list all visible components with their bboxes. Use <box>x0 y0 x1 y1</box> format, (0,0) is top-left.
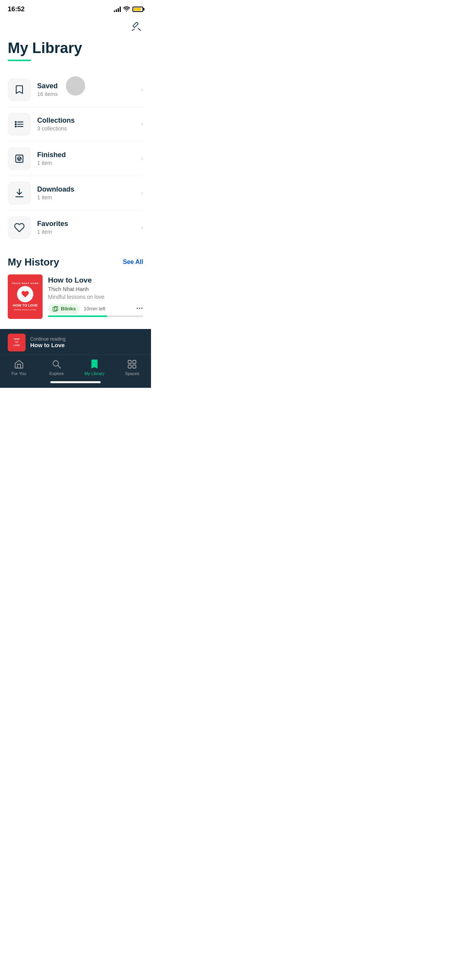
player-bar[interactable]: HOWTOLOVE Continue reading How to Love <box>0 329 151 355</box>
nav-item-for-you[interactable]: For You <box>0 359 38 376</box>
nav-label-my-library: My Library <box>84 371 104 376</box>
search-icon <box>51 359 62 370</box>
battery-icon <box>132 7 143 12</box>
library-item-collections[interactable]: Collections 3 collections › <box>8 107 143 142</box>
book-cover-author: THICH NHAT HANH <box>12 282 39 284</box>
library-item-favorites[interactable]: Favorites 1 item › <box>8 211 143 245</box>
book-cover-heart-icon <box>17 286 33 302</box>
blinks-badge: Blinks <box>48 304 80 314</box>
collections-chevron: › <box>141 120 143 128</box>
bookmark-icon <box>14 84 25 95</box>
collections-icon-box <box>8 113 31 136</box>
page-header <box>0 16 151 36</box>
svg-line-3 <box>132 29 134 31</box>
finished-title: Finished <box>37 151 138 159</box>
downloads-icon-box <box>8 182 31 205</box>
nav-label-for-you: For You <box>12 371 26 376</box>
download-icon <box>14 188 25 199</box>
svg-point-9 <box>15 126 16 127</box>
page-title-container: My Library <box>0 36 151 69</box>
nav-item-my-library[interactable]: My Library <box>76 359 113 376</box>
svg-point-8 <box>15 123 16 125</box>
saved-subtitle: 16 items <box>37 91 138 97</box>
saved-icon-box <box>8 78 31 101</box>
library-list: Saved 16 items › Collections 3 collectio… <box>0 69 151 248</box>
finished-subtitle: 1 item <box>37 160 138 166</box>
spaces-icon <box>127 359 137 370</box>
page-title: My Library <box>8 40 143 57</box>
list-icon <box>14 119 25 130</box>
player-book-title: How to Love <box>30 342 143 348</box>
history-book-title: How to Love <box>48 276 143 284</box>
more-options-button[interactable]: ··· <box>136 305 143 313</box>
favorites-title: Favorites <box>37 220 138 228</box>
highlight-button[interactable] <box>129 19 143 33</box>
player-continue-label: Continue reading <box>30 336 143 342</box>
book-cover-title: HOW TO LOVE <box>13 304 38 308</box>
history-item[interactable]: THICH NHAT HANH HOW TO LOVE Mindful less… <box>8 274 143 325</box>
progress-bar-fill <box>48 315 107 317</box>
svg-rect-18 <box>128 360 131 363</box>
svg-rect-15 <box>54 306 58 310</box>
player-cover-art: HOWTOLOVE <box>8 334 26 351</box>
blinks-icon <box>52 305 59 312</box>
blinks-label: Blinks <box>61 306 76 312</box>
nav-item-explore[interactable]: Explore <box>38 359 76 376</box>
my-history-section: My History See All THICH NHAT HANH HOW T… <box>0 248 151 329</box>
history-meta: Blinks 10min left ··· <box>48 304 143 314</box>
status-icons <box>114 6 143 13</box>
svg-rect-21 <box>133 365 136 368</box>
nav-item-spaces[interactable]: Spaces <box>113 359 151 376</box>
see-all-button[interactable]: See All <box>123 259 143 266</box>
collections-title: Collections <box>37 117 138 125</box>
finished-icon <box>14 153 25 164</box>
favorites-chevron: › <box>141 223 143 231</box>
library-item-saved[interactable]: Saved 16 items › <box>8 73 143 107</box>
finished-icon-box <box>8 147 31 170</box>
svg-line-2 <box>138 28 141 31</box>
title-underline <box>8 60 31 61</box>
svg-rect-1 <box>133 22 138 27</box>
time-left: 10min left <box>84 306 105 312</box>
signal-icon <box>114 7 121 12</box>
heart-icon <box>14 222 25 233</box>
home-indicator <box>0 378 151 388</box>
home-icon <box>14 359 24 370</box>
svg-rect-19 <box>133 360 136 363</box>
svg-line-17 <box>58 365 61 368</box>
saved-title: Saved <box>37 82 138 90</box>
history-book-info: How to Love Thich Nhat Hanh Mindful less… <box>48 274 143 317</box>
downloads-title: Downloads <box>37 185 138 194</box>
history-book-author: Thich Nhat Hanh <box>48 286 143 292</box>
history-book-desc: Mindful lessons on love <box>48 294 143 300</box>
nav-label-explore: Explore <box>50 371 64 376</box>
library-bookmark-icon <box>89 359 100 370</box>
library-item-finished[interactable]: Finished 1 item › <box>8 142 143 176</box>
downloads-subtitle: 1 item <box>37 194 138 200</box>
downloads-chevron: › <box>141 189 143 197</box>
history-section-title: My History <box>8 256 59 268</box>
progress-bar-container <box>48 315 143 317</box>
favorites-icon-box <box>8 216 31 239</box>
section-header: My History See All <box>8 256 143 268</box>
nav-label-spaces: Spaces <box>125 371 139 376</box>
library-item-downloads[interactable]: Downloads 1 item › <box>8 176 143 211</box>
favorites-subtitle: 1 item <box>37 229 138 235</box>
bottom-nav: For You Explore My Library <box>0 355 151 378</box>
wifi-icon <box>123 6 130 13</box>
status-time: 16:52 <box>8 5 24 13</box>
svg-rect-20 <box>128 365 131 368</box>
svg-point-0 <box>126 11 127 12</box>
book-cover: THICH NHAT HANH HOW TO LOVE Mindful less… <box>8 274 43 319</box>
home-indicator-bar <box>50 381 101 383</box>
book-cover-subtitle: Mindful lessons on love <box>14 308 36 311</box>
saved-chevron: › <box>141 86 143 94</box>
status-bar: 16:52 <box>0 0 151 16</box>
finished-chevron: › <box>141 154 143 163</box>
collections-subtitle: 3 collections <box>37 125 138 132</box>
svg-point-7 <box>15 122 16 123</box>
